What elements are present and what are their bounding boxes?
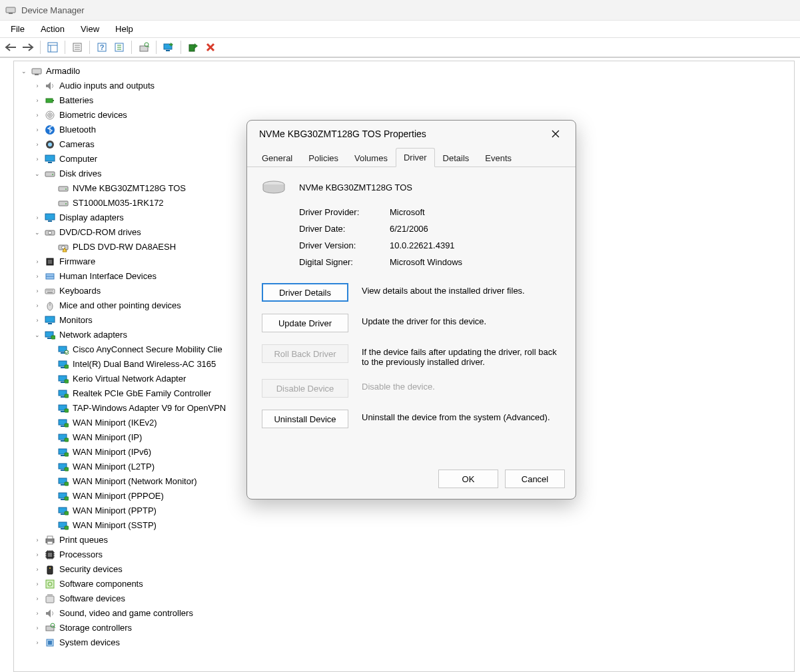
svg-rect-81 [65,468,69,471]
svg-rect-18 [32,69,41,74]
back-button[interactable] [3,39,19,55]
tab-general[interactable]: General [254,149,300,167]
svg-rect-56 [61,352,65,354]
svg-point-57 [65,350,69,354]
menu-view[interactable]: View [73,23,107,35]
tab-events[interactable]: Events [477,149,520,167]
chevron-right-icon[interactable]: › [33,535,42,545]
disable-device-dialog-button: Disable Device [262,379,348,398]
dialog-close-button[interactable] [545,125,566,143]
net-spec-icon [58,344,69,355]
svg-rect-17 [189,45,195,51]
chevron-right-icon[interactable]: › [33,96,42,105]
chevron-right-icon[interactable]: › [33,565,42,574]
chevron-right-icon[interactable]: › [33,125,42,135]
security-icon [45,564,55,575]
uninstall-device-button[interactable] [202,39,218,55]
chevron-right-icon[interactable]: › [33,286,42,296]
update-driver-button[interactable] [161,39,177,55]
speaker-icon [45,608,55,619]
forward-button[interactable] [20,39,36,55]
disable-device-desc: Disable the device. [362,379,561,392]
chevron-right-icon[interactable]: › [33,81,42,91]
tab-volumes[interactable]: Volumes [346,149,396,167]
tab-policies[interactable]: Policies [300,149,346,167]
tree-root-node[interactable]: ⌄Armadilo [18,64,794,79]
dialog-cancel-button[interactable]: Cancel [505,470,565,488]
dialog-ok-button[interactable]: OK [438,470,498,488]
enable-device-button[interactable] [185,39,201,55]
chevron-down-icon[interactable]: ⌄ [33,169,42,178]
chevron-right-icon[interactable]: › [33,638,42,647]
tree-node-label: Audio inputs and outputs [58,79,156,93]
svg-rect-0 [6,7,15,13]
chevron-right-icon[interactable]: › [33,272,42,281]
chevron-right-icon[interactable]: › [33,579,42,589]
list-button[interactable] [111,39,127,55]
tree-node-label: Biometric devices [58,108,129,123]
driver-details-desc: View details about the installed driver … [362,283,561,296]
uninstall-device-dialog-button[interactable]: Uninstall Device [262,410,348,428]
tree-category[interactable]: ›Sound, video and game controllers [31,606,794,621]
chevron-down-icon[interactable]: ⌄ [19,67,29,76]
tree-node-label: Software components [58,577,145,591]
menu-help[interactable]: Help [107,23,141,35]
properties-button[interactable] [69,39,85,55]
arrow-left-icon [5,43,17,51]
svg-rect-60 [65,365,69,368]
help-icon: ? [97,42,107,53]
svg-rect-20 [46,99,53,103]
disk-drive-icon [262,179,286,195]
chevron-right-icon[interactable]: › [33,594,42,603]
tree-category[interactable]: ›Storage controllers [31,621,794,635]
svg-rect-65 [61,396,65,398]
tree-node-label: Security devices [58,562,124,577]
chevron-right-icon[interactable]: › [33,301,42,310]
update-driver-dialog-button[interactable]: Update Driver [262,314,348,332]
svg-rect-66 [65,394,69,398]
chevron-right-icon[interactable]: › [33,140,42,149]
tab-driver[interactable]: Driver [396,148,435,167]
tree-device[interactable]: WAN Miniport (PPTP) [45,504,794,518]
driver-details-button[interactable]: Driver Details [262,283,348,302]
menu-file[interactable]: File [3,23,33,35]
tree-device[interactable]: WAN Miniport (SSTP) [45,518,794,533]
show-hide-tree-button[interactable] [45,39,61,55]
tree-node-label: Computer [58,152,99,167]
dialog-title-bar[interactable]: NVMe KBG30ZMT128G TOS Properties [247,121,576,147]
svg-rect-72 [65,424,69,427]
tree-category[interactable]: ›Print queues [31,533,794,547]
chevron-right-icon[interactable]: › [33,623,42,633]
scan-hardware-button[interactable] [136,39,152,55]
chevron-right-icon[interactable]: › [33,155,42,164]
tree-category[interactable]: ›Security devices [31,562,794,577]
tree-category[interactable]: ›System devices [31,635,794,650]
chevron-right-icon[interactable]: › [33,316,42,325]
tree-category[interactable]: ›Audio inputs and outputs [31,79,794,93]
tree-category[interactable]: ›Processors [31,547,794,562]
svg-rect-2 [48,43,57,52]
tab-details[interactable]: Details [435,149,478,167]
tree-category[interactable]: ›Software components [31,577,794,591]
chevron-right-icon[interactable]: › [33,257,42,266]
chevron-right-icon[interactable]: › [33,609,42,618]
tree-category[interactable]: ›Batteries [31,93,794,108]
disc-icon [45,227,55,238]
menu-action[interactable]: Action [33,23,73,35]
tree-node-label: Display adapters [58,210,125,225]
chevron-right-icon[interactable]: › [33,111,42,120]
chevron-down-icon[interactable]: ⌄ [33,228,42,237]
chevron-right-icon[interactable]: › [33,550,42,559]
help-button[interactable]: ? [94,39,110,55]
tree-node-label: Cisco AnyConnect Secure Mobility Clie [71,342,224,357]
chevron-right-icon[interactable]: › [33,213,42,222]
toolbar-separator [40,41,41,54]
chevron-down-icon[interactable]: ⌄ [33,330,42,340]
driver-date-value: 6/21/2006 [390,224,561,234]
dialog-device-name: NVMe KBG30ZMT128G TOS [299,182,412,192]
svg-rect-96 [47,541,53,544]
svg-rect-69 [65,409,69,412]
tree-node-label: WAN Miniport (IPv6) [71,445,153,460]
tree-node-label: ST1000LM035-1RK172 [71,196,165,210]
tree-category[interactable]: ›Software devices [31,591,794,606]
